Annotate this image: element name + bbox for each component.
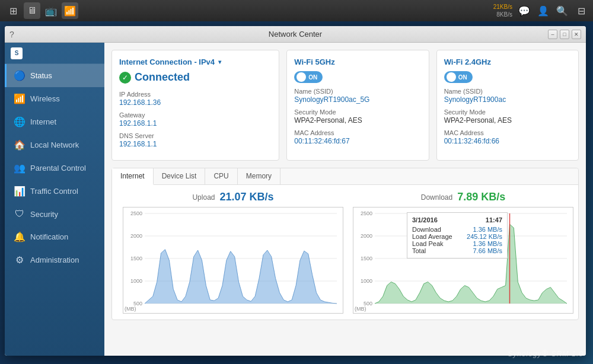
- admin-icon: ⚙: [14, 254, 25, 266]
- sidebar-item-security[interactable]: 🛡 Security: [5, 203, 104, 225]
- tab-cpu[interactable]: CPU: [205, 168, 237, 184]
- tooltip-load-avg-value: 245.12 KB/s: [467, 233, 502, 240]
- maximize-button[interactable]: □: [560, 30, 569, 39]
- upload-chart-container: (MB): [123, 207, 343, 314]
- mac-5ghz-label: MAC Address: [294, 129, 421, 136]
- sidebar-item-label: Local Network: [30, 141, 79, 149]
- main-content: Internet Connection - IPv4 ▾ ✓ Connected…: [104, 43, 586, 356]
- sidebar-item-label: Parental Control: [30, 164, 86, 173]
- internet-icon: 🌐: [14, 116, 25, 127]
- ssid-5ghz-label: Name (SSID): [294, 88, 421, 95]
- monitor-icon[interactable]: 📺: [43, 2, 59, 19]
- ssid-5ghz-value: SynologyRT1900ac_5G: [294, 95, 421, 104]
- sidebar-header: S: [5, 43, 104, 64]
- download-value: 7.89 KB/s: [457, 191, 505, 203]
- close-button[interactable]: ✕: [572, 30, 581, 39]
- sidebar-item-status[interactable]: 🔵 Status: [5, 64, 104, 87]
- tooltip-download-label: Download: [412, 226, 441, 233]
- internet-connection-card: Internet Connection - IPv4 ▾ ✓ Connected…: [111, 50, 279, 161]
- charts-body: Upload 21.07 KB/s (MB) Download 7.89 KB/…: [112, 185, 578, 320]
- tab-internet[interactable]: Internet: [112, 168, 154, 185]
- wifi-5ghz-toggle[interactable]: ON: [294, 71, 323, 83]
- sidebar-item-label: Traffic Control: [30, 187, 78, 196]
- sidebar-item-administration[interactable]: ⚙ Administration: [5, 248, 104, 272]
- download-chart-header: Download 7.89 KB/s: [353, 191, 573, 203]
- window-body: S 🔵 Status 📶 Wireless 🌐 Internet 🏠 Local…: [5, 43, 586, 356]
- ip-address-label: IP Address: [119, 91, 272, 98]
- mac-24ghz-label: MAC Address: [444, 129, 571, 136]
- tooltip-load-avg-row: Load Average 245.12 KB/s: [412, 233, 502, 240]
- download-chart-container: (MB) 3/1/2016 11:47 Download 1.36 MB/s: [353, 207, 573, 314]
- internet-connection-header[interactable]: Internet Connection - IPv4 ▾: [119, 58, 272, 66]
- upload-value: 21.07 KB/s: [219, 191, 273, 203]
- tooltip-download-row: Download 1.36 MB/s: [412, 226, 502, 233]
- tab-device-list[interactable]: Device List: [154, 168, 206, 184]
- search-icon[interactable]: 🔍: [555, 4, 569, 18]
- help-button[interactable]: ?: [9, 30, 14, 39]
- tooltip-load-peak-label: Load Peak: [412, 240, 444, 247]
- ssid-24ghz-value: SynologyRT1900ac: [444, 95, 571, 104]
- sidebar: S 🔵 Status 📶 Wireless 🌐 Internet 🏠 Local…: [5, 43, 104, 356]
- sidebar-item-label: Security: [30, 210, 58, 219]
- wireless-icon: 📶: [14, 93, 25, 104]
- window-controls: – □ ✕: [548, 30, 581, 39]
- wifi-24ghz-card: Wi-Fi 2.4GHz ON Name (SSID) SynologyRT19…: [436, 50, 579, 161]
- dropdown-arrow-icon: ▾: [218, 59, 221, 65]
- sidebar-item-label: Internet: [30, 117, 56, 126]
- tooltip-total-row: Total 7.66 MB/s: [412, 247, 502, 254]
- network-taskbar-icon[interactable]: 📶: [62, 2, 78, 19]
- window-title: Network Center: [269, 30, 322, 39]
- tooltip-total-label: Total: [412, 247, 426, 254]
- wifi-24ghz-toggle[interactable]: ON: [444, 71, 473, 83]
- upload-chart-panel: Upload 21.07 KB/s (MB): [118, 191, 348, 314]
- sidebar-item-label: Status: [30, 71, 52, 80]
- local-network-icon: 🏠: [14, 139, 25, 151]
- sidebar-item-internet[interactable]: 🌐 Internet: [5, 110, 104, 133]
- sidebar-logo: S: [11, 47, 23, 59]
- toggle-knob: [447, 72, 456, 82]
- sidebar-item-local-network[interactable]: 🏠 Local Network: [5, 133, 104, 157]
- grid-icon[interactable]: ⊞: [5, 2, 21, 19]
- upload-canvas: [123, 207, 343, 314]
- charts-tabs: Internet Device List CPU Memory: [112, 168, 578, 185]
- mac-5ghz-value: 00:11:32:46:fd:67: [294, 137, 421, 145]
- sidebar-item-wireless[interactable]: 📶 Wireless: [5, 87, 104, 110]
- security-icon: 🛡: [14, 209, 25, 219]
- sidebar-item-label: Wireless: [30, 94, 60, 103]
- connected-status: ✓ Connected: [119, 71, 272, 84]
- window-titlebar: ? Network Center – □ ✕: [5, 26, 586, 43]
- window-manager-icon[interactable]: 🖥: [24, 2, 40, 19]
- sidebar-item-traffic-control[interactable]: 📊 Traffic Control: [5, 180, 104, 203]
- tab-memory[interactable]: Memory: [238, 168, 280, 184]
- gateway-value: 192.168.1.1: [119, 119, 272, 127]
- security-5ghz-label: Security Mode: [294, 108, 421, 116]
- user-icon[interactable]: 👤: [536, 4, 550, 18]
- download-chart-panel: Download 7.89 KB/s (MB) 3/1/2016 11:47: [348, 191, 578, 314]
- status-icon: 🔵: [14, 70, 25, 81]
- tooltip-header: 3/1/2016 11:47: [412, 216, 502, 223]
- sidebar-item-label: Notification: [30, 232, 68, 241]
- chat-icon[interactable]: 💬: [517, 4, 531, 18]
- tooltip-load-peak-value: 1.36 MB/s: [473, 240, 502, 247]
- security-24ghz-label: Security Mode: [444, 108, 571, 116]
- sidebar-item-parental-control[interactable]: 👥 Parental Control: [5, 157, 104, 180]
- minimize-button[interactable]: –: [548, 30, 557, 39]
- network-speed: 21KB/s 8KB/s: [493, 3, 512, 18]
- tooltip-download-value: 1.36 MB/s: [473, 226, 502, 233]
- dns-label: DNS Server: [119, 132, 272, 139]
- ssid-24ghz-label: Name (SSID): [444, 88, 571, 95]
- upload-label: Upload: [192, 193, 215, 202]
- network-center-window: ? Network Center – □ ✕ S 🔵 Status 📶 Wire…: [5, 26, 586, 356]
- mac-24ghz-value: 00:11:32:46:fd:66: [444, 137, 571, 145]
- tooltip-date: 3/1/2016: [412, 216, 438, 223]
- tooltip-total-value: 7.66 MB/s: [473, 247, 502, 254]
- parental-icon: 👥: [14, 162, 25, 174]
- sidebar-item-label: Administration: [30, 256, 79, 264]
- chart-tooltip: 3/1/2016 11:47 Download 1.36 MB/s Load A…: [407, 212, 508, 258]
- tooltip-time: 11:47: [486, 216, 502, 223]
- sidebar-item-notification[interactable]: 🔔 Notification: [5, 225, 104, 248]
- layout-icon[interactable]: ⊟: [574, 4, 588, 18]
- wifi-5ghz-toggle-row: ON: [294, 71, 421, 83]
- ip-address-value: 192.168.1.36: [119, 98, 272, 107]
- upload-chart-header: Upload 21.07 KB/s: [123, 191, 343, 203]
